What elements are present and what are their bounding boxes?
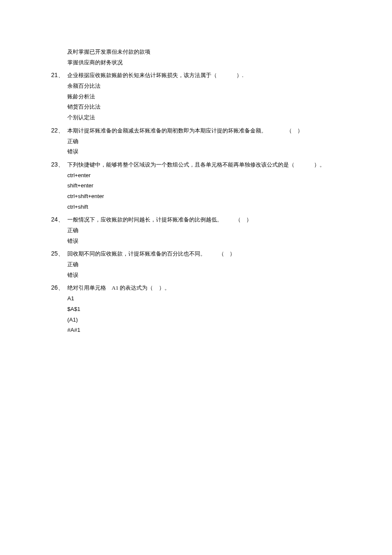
question-number: 23、 [51, 159, 67, 170]
option: (A1) [51, 315, 341, 325]
option: 错误 [51, 147, 341, 157]
options: ctrl+entershift+enterctrl+shift+enterctr… [51, 170, 341, 213]
question-number: 24、 [51, 214, 67, 225]
option: shift+enter [51, 181, 341, 191]
question-tail: （ ） [286, 127, 303, 134]
question-line: 25、回收期不同的应收账款，计提坏账准备的百分比也不同。（ ） [51, 248, 341, 259]
question: 24、一般情况下，应收账款的时间越长，计提坏账准备的比例越低。（ ）正确错误 [51, 214, 341, 246]
question-tail: （ ） [219, 250, 235, 257]
question-stem: 下列快捷键中，能够将整个区域设为一个数组公式，且各单元格不能再单独修改该公式的是… [67, 161, 294, 168]
option: 销货百分比法 [51, 102, 341, 112]
question: 21、企业根据应收账款账龄的长短来估计坏账损失，该方法属于（）.余额百分比法账龄… [51, 69, 341, 123]
option: 账龄分析法 [51, 92, 341, 102]
question-tail: ）。 [314, 161, 325, 168]
option: $A$1 [51, 304, 341, 315]
option: 正确 [51, 136, 341, 147]
options: 正确错误 [51, 225, 341, 246]
option: 错误 [51, 236, 341, 247]
question-text: 企业根据应收账款账龄的长短来估计坏账损失，该方法属于（）. [67, 70, 341, 81]
option: ctrl+shift [51, 202, 341, 213]
question-stem: 企业根据应收账款账龄的长短来估计坏账损失，该方法属于（ [67, 72, 217, 78]
option: ctrl+enter [51, 170, 341, 181]
question-line: 26、绝对引用单元格 A1 的表达式为（）。 [51, 282, 341, 293]
option: #A#1 [51, 325, 341, 336]
question-number: 21、 [51, 69, 67, 81]
question-stem: 绝对引用单元格 A1 的表达式为（ [67, 285, 153, 291]
question-line: 21、企业根据应收账款账龄的长短来估计坏账损失，该方法属于（）. [51, 69, 341, 81]
options: 正确错误 [51, 136, 341, 157]
option: ctrl+shift+enter [51, 191, 341, 202]
question: 23、下列快捷键中，能够将整个区域设为一个数组公式，且各单元格不能再单独修改该公… [51, 159, 341, 212]
question-tail: （ ） [235, 216, 252, 223]
option: 正确 [51, 259, 341, 270]
question-stem: 本期计提坏账准备的金额减去坏账准备的期初数即为本期应计提的坏账准备金额。 [67, 127, 267, 134]
question: 22、本期计提坏账准备的金额减去坏账准备的期初数即为本期应计提的坏账准备金额。（… [51, 125, 341, 157]
question-line: 24、一般情况下，应收账款的时间越长，计提坏账准备的比例越低。（ ） [51, 214, 341, 225]
question: 26、绝对引用单元格 A1 的表达式为（）。A1$A$1(A1)#A#1 [51, 282, 341, 335]
orphan-option: 掌握供应商的财务状况 [51, 58, 341, 68]
option: 错误 [51, 270, 341, 281]
options: A1$A$1(A1)#A#1 [51, 293, 341, 336]
question-text: 本期计提坏账准备的金额减去坏账准备的期初数即为本期应计提的坏账准备金额。（ ） [67, 126, 341, 136]
option: 个别认定法 [51, 112, 341, 123]
question-stem: 一般情况下，应收账款的时间越长，计提坏账准备的比例越低。 [67, 216, 222, 223]
question-stem: 回收期不同的应收账款，计提坏账准备的百分比也不同。 [67, 250, 206, 257]
question-tail: ）. [236, 72, 243, 78]
options: 正确错误 [51, 259, 341, 280]
question: 25、回收期不同的应收账款，计提坏账准备的百分比也不同。（ ）正确错误 [51, 248, 341, 280]
question-text: 回收期不同的应收账款，计提坏账准备的百分比也不同。（ ） [67, 249, 341, 259]
question-text: 一般情况下，应收账款的时间越长，计提坏账准备的比例越低。（ ） [67, 215, 341, 225]
question-line: 23、下列快捷键中，能够将整个区域设为一个数组公式，且各单元格不能再单独修改该公… [51, 159, 341, 170]
question-number: 25、 [51, 248, 67, 259]
question-tail: ）。 [159, 285, 170, 291]
question-text: 下列快捷键中，能够将整个区域设为一个数组公式，且各单元格不能再单独修改该公式的是… [67, 160, 341, 170]
orphan-option: 及时掌握已开发票但未付款的款项 [51, 47, 341, 58]
option: 余额百分比法 [51, 81, 341, 92]
option: 正确 [51, 225, 341, 236]
question-number: 22、 [51, 125, 67, 136]
question-text: 绝对引用单元格 A1 的表达式为（）。 [67, 283, 341, 293]
option: A1 [51, 293, 341, 304]
question-number: 26、 [51, 282, 67, 293]
options: 余额百分比法账龄分析法销货百分比法个别认定法 [51, 81, 341, 123]
question-line: 22、本期计提坏账准备的金额减去坏账准备的期初数即为本期应计提的坏账准备金额。（… [51, 125, 341, 136]
